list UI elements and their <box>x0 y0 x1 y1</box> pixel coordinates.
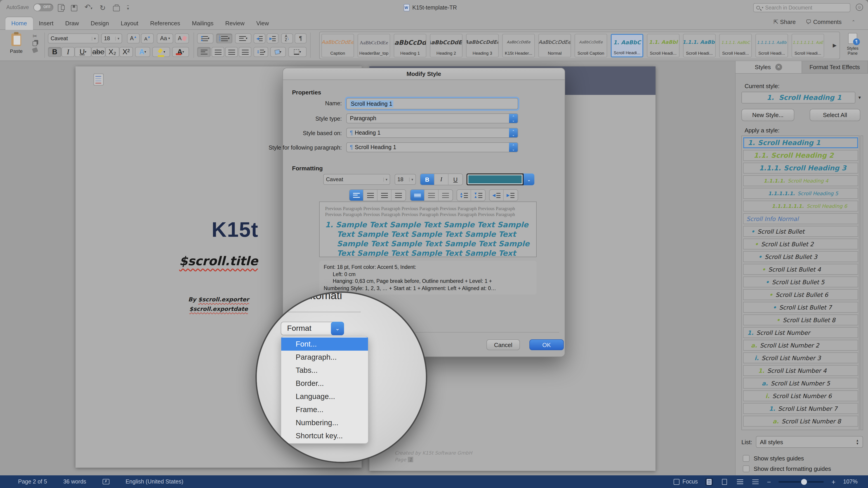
print-icon[interactable] <box>113 6 120 11</box>
tab-review[interactable]: Review <box>219 17 250 30</box>
dialog-italic-button[interactable]: I <box>434 174 448 185</box>
close-icon[interactable]: ✕ <box>775 64 782 70</box>
language-indicator[interactable]: English (United States) <box>125 479 183 485</box>
dialog-bold-button[interactable]: B <box>421 174 434 185</box>
gallery-style-heading-1[interactable]: AaBbCcDdEHeading 1 <box>394 34 426 57</box>
shading-button[interactable]: ▾ <box>270 47 286 57</box>
focus-button[interactable]: Focus <box>674 479 698 485</box>
style-list-item[interactable]: 1.Scroll List Number 4 <box>743 365 858 376</box>
gallery-more-arrow[interactable]: ▶ <box>833 42 837 48</box>
gallery-style-headerbar-top[interactable]: AaBbCcDdEeHeaderBar_top <box>358 34 390 57</box>
borders-button[interactable]: ▾ <box>288 47 307 57</box>
superscript-button[interactable]: X² <box>119 47 133 57</box>
autosave-toggle[interactable]: OFF <box>33 4 53 11</box>
increase-indent-button[interactable]: ▶ <box>267 33 278 43</box>
menu-item-font[interactable]: Font... <box>281 337 368 351</box>
menu-item-shortcut-key[interactable]: Shortcut key... <box>281 429 368 442</box>
gallery-style-scroll-headi-[interactable]: 1.1.1.1.1. AaBbScroll Headi... <box>755 34 788 57</box>
dialog-align-left[interactable] <box>349 190 364 201</box>
grow-font-button[interactable]: A▲ <box>127 33 140 43</box>
style-list-item[interactable]: Scroll Info Normal <box>743 213 858 224</box>
style-list-item[interactable]: 1.Scroll List Number 7 <box>743 403 858 414</box>
copy-icon[interactable] <box>33 41 37 46</box>
show-direct-formatting-checkbox[interactable]: Show direct formatting guides <box>743 465 831 472</box>
align-left-button[interactable] <box>197 47 211 57</box>
styles-pane-button[interactable]: Styles Pane <box>843 32 863 58</box>
style-list-item[interactable]: i.Scroll List Number 6 <box>743 390 858 401</box>
dialog-increase-indent[interactable]: ▶ <box>504 190 518 201</box>
style-list-item[interactable]: i.Scroll List Number 3 <box>743 352 858 363</box>
gallery-style-k15t-header-[interactable]: AaBbCcDdEeK15t Header... <box>502 34 535 57</box>
highlight-button[interactable]: ▾ <box>152 47 170 57</box>
style-list-item[interactable]: 1.Scroll Heading 1 <box>743 137 858 148</box>
comments-button[interactable]: 🗩 Comments <box>806 19 842 25</box>
font-color-well[interactable]: ⌄ <box>467 173 534 185</box>
zoom-slider[interactable] <box>779 481 824 482</box>
style-list-item[interactable]: a.Scroll List Number 5 <box>743 378 858 389</box>
tab-layout[interactable]: Layout <box>115 17 144 30</box>
spacing-double[interactable] <box>438 190 453 201</box>
current-style-value[interactable]: 1. Scroll Heading 1 <box>741 92 855 103</box>
font-name-combo[interactable]: Caveat▾ <box>48 33 98 43</box>
dialog-align-center[interactable] <box>364 190 377 201</box>
justify-button[interactable] <box>239 47 251 57</box>
change-case-button[interactable]: Aa▾ <box>157 33 173 43</box>
outline-view-icon[interactable] <box>736 478 744 486</box>
style-list-item[interactable]: •Scroll List Bullet 2 <box>743 238 858 250</box>
more-commands-icon[interactable]: ▾ <box>127 5 129 11</box>
menu-item-paragraph[interactable]: Paragraph... <box>281 351 368 364</box>
font-color-button[interactable]: A▾ <box>172 47 189 57</box>
zoom-slider-thumb[interactable] <box>801 479 807 485</box>
style-type-dropdown[interactable]: Paragraph ⌃⌄ <box>346 113 518 123</box>
dialog-decrease-indent[interactable]: ◀ <box>490 190 504 201</box>
dialog-align-right[interactable] <box>377 190 392 201</box>
style-list-item[interactable]: •Scroll List Bullet 6 <box>743 289 858 300</box>
tab-draw[interactable]: Draw <box>59 17 85 30</box>
share-button[interactable]: ⇱ Share <box>774 19 796 25</box>
dialog-font-combo[interactable]: Caveat▾ <box>323 174 390 185</box>
style-list-item[interactable]: •Scroll List Bullet <box>743 226 858 237</box>
feedback-smiley-icon[interactable]: ☺ <box>856 4 863 11</box>
style-list-item[interactable]: 1.1.1.1.1.Scroll Heading 5 <box>743 188 858 199</box>
gallery-style-scroll-headi-[interactable]: 1.1.1. AaBblScroll Headi... <box>683 34 716 57</box>
chevron-down-icon[interactable]: ⌄ <box>524 173 534 185</box>
redo-icon[interactable]: ↻ <box>100 3 106 12</box>
sort-button[interactable]: AZ↓ <box>281 33 293 43</box>
format-dropdown-button[interactable]: Format ⌄ <box>281 322 344 335</box>
new-document-icon[interactable] <box>58 4 64 12</box>
align-center-button[interactable] <box>212 47 224 57</box>
paste-button[interactable]: Paste <box>4 33 28 58</box>
tab-design[interactable]: Design <box>85 17 115 30</box>
search-input[interactable]: ▾ Search in Document <box>753 3 850 12</box>
show-styles-guides-checkbox[interactable]: Show styles guides <box>743 455 804 462</box>
tab-format-text-effects[interactable]: Format Text Effects <box>802 61 868 73</box>
style-list-scrollbar[interactable] <box>859 135 862 430</box>
numbering-button[interactable]: 123▾ <box>216 33 232 43</box>
strikethrough-button[interactable]: abe <box>91 47 105 57</box>
style-list-item[interactable]: •Scroll List Bullet 4 <box>743 264 858 275</box>
menu-item-language[interactable]: Language... <box>281 390 368 403</box>
spell-check-icon[interactable]: ✗ <box>102 479 109 484</box>
page-indicator[interactable]: Page 2 of 5 <box>18 479 47 485</box>
underline-button[interactable]: U▾ <box>74 47 91 57</box>
menu-item-numbering[interactable]: Numbering... <box>281 416 368 429</box>
zoom-out-icon[interactable]: − <box>767 478 771 486</box>
gallery-style-scroll-caption[interactable]: AaBbCcDdEeScroll Caption <box>575 34 607 57</box>
gallery-style-scroll-headi-[interactable]: 1.1. AaBblScroll Headi... <box>647 34 680 57</box>
style-list-item[interactable]: 1.1.1.1.1.1.Scroll Heading 6 <box>743 201 858 212</box>
style-list-item[interactable]: •Scroll List Bullet 5 <box>743 276 858 287</box>
shrink-font-button[interactable]: A▼ <box>141 33 154 43</box>
chevron-down-icon[interactable]: ▼ <box>858 95 862 100</box>
dialog-underline-button[interactable]: U <box>448 174 463 185</box>
select-all-button[interactable]: Select All <box>810 109 860 121</box>
dialog-size-combo[interactable]: 18▾ <box>395 174 416 185</box>
save-icon[interactable] <box>71 5 77 11</box>
following-paragraph-dropdown[interactable]: ¶Scroll Heading 1 ⌃⌄ <box>346 142 518 152</box>
spacing-1-5[interactable] <box>425 190 438 201</box>
list-filter-dropdown[interactable]: All styles ▲▼ <box>756 436 863 448</box>
italic-button[interactable]: I <box>61 47 74 57</box>
multilevel-list-button[interactable]: ▾ <box>235 33 251 43</box>
menu-item-border[interactable]: Border... <box>281 377 368 390</box>
tab-styles[interactable]: Styles ✕ <box>736 61 802 73</box>
style-list-item[interactable]: 1.1.Scroll Heading 2 <box>743 150 858 161</box>
